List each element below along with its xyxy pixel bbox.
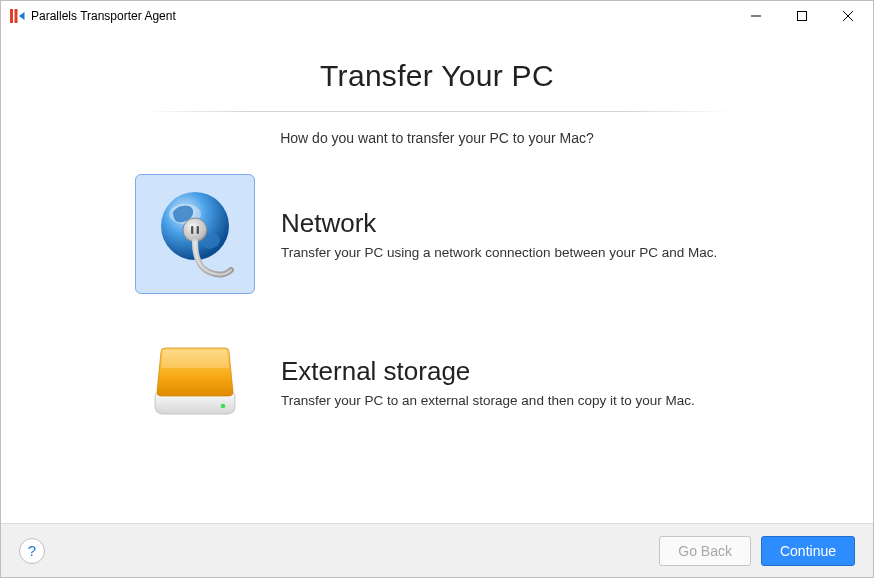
help-icon: ? (28, 542, 36, 559)
svg-point-8 (221, 404, 226, 409)
footer: ? Go Back Continue (1, 523, 873, 577)
app-icon (9, 8, 25, 24)
divider (140, 111, 734, 112)
svg-rect-7 (197, 226, 199, 234)
go-back-button[interactable]: Go Back (659, 536, 751, 566)
page-subtitle: How do you want to transfer your PC to y… (280, 130, 594, 146)
window-title: Parallels Transporter Agent (31, 9, 176, 23)
page-title: Transfer Your PC (320, 59, 554, 93)
continue-button[interactable]: Continue (761, 536, 855, 566)
options-list: Network Transfer your PC using a network… (107, 174, 767, 442)
option-external-title: External storage (281, 356, 767, 387)
titlebar: Parallels Transporter Agent (1, 1, 873, 31)
minimize-button[interactable] (733, 1, 779, 31)
window-controls (733, 1, 871, 31)
svg-rect-6 (191, 226, 193, 234)
network-icon (135, 174, 255, 294)
option-external-description: Transfer your PC to an external storage … (281, 393, 767, 408)
option-network-title: Network (281, 208, 767, 239)
maximize-button[interactable] (779, 1, 825, 31)
option-external-text: External storage Transfer your PC to an … (281, 356, 767, 408)
option-external-storage[interactable]: External storage Transfer your PC to an … (135, 322, 767, 442)
option-network-text: Network Transfer your PC using a network… (281, 208, 767, 260)
option-network[interactable]: Network Transfer your PC using a network… (135, 174, 767, 294)
svg-point-5 (183, 218, 207, 242)
svg-rect-0 (10, 9, 13, 23)
content-area: Transfer Your PC How do you want to tran… (1, 31, 873, 523)
close-button[interactable] (825, 1, 871, 31)
svg-rect-1 (15, 9, 18, 23)
svg-rect-2 (798, 12, 807, 21)
help-button[interactable]: ? (19, 538, 45, 564)
external-storage-icon (135, 322, 255, 442)
option-network-description: Transfer your PC using a network connect… (281, 245, 767, 260)
